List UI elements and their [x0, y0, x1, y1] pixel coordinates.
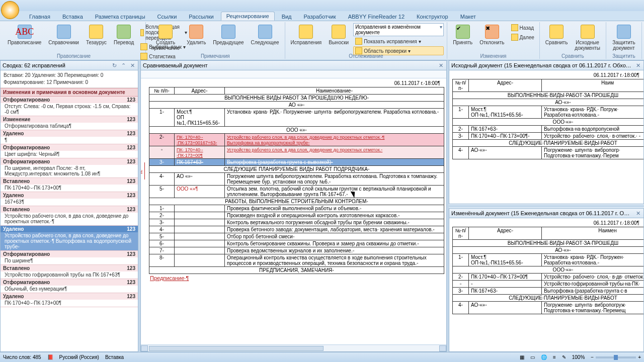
ribbon-tab[interactable]: ABBYY FineReader 12 — [343, 13, 410, 21]
source-doc-body[interactable]: 06.11.2017 г.·18:00¶ №·п/п◦Адрес◦Наим ВЫ… — [449, 70, 643, 204]
ribbon-tab[interactable]: Рассылки — [184, 13, 218, 21]
accept-button[interactable]: ✔Принять — [450, 23, 475, 47]
next-comment-button[interactable]: Следующее — [249, 23, 282, 47]
collapse-icon[interactable]: ⌃ — [120, 62, 127, 69]
view-draft-icon[interactable]: ✎ — [562, 354, 566, 360]
ribbon-tab[interactable]: Главная — [24, 13, 55, 21]
close-pane-icon[interactable]: ✕ — [634, 62, 641, 69]
references-button[interactable]: Справочники — [46, 23, 82, 47]
horizontal-ruler[interactable] — [141, 70, 446, 78]
changed-doc-title: Изменённый документ (15 Еженедельная сво… — [451, 210, 632, 216]
summary-section-header: Изменения и примечания в основном докуме… — [1, 88, 138, 97]
zoom-out-icon[interactable]: − — [591, 354, 594, 360]
doc-date: 06.11.2017 г.·18:00¶ — [452, 219, 643, 227]
group-tracking-label: Отслеживание — [285, 53, 447, 59]
display-for-review-dropdown[interactable]: Исправления в изменённом документе — [353, 23, 444, 36]
track-changes-button[interactable]: Исправления — [288, 23, 325, 47]
summary-counts: Вставки: 20 Удаления: 30 Перемещения: 0 … — [1, 70, 138, 88]
close-pane-icon[interactable]: ✕ — [634, 210, 641, 217]
window-titlebar — [0, 0, 644, 11]
reviewing-pane: Сводка: 62 исправлений ↻ ⌃ ✕ Вставки: 20… — [0, 60, 138, 352]
ribbon-tabs: ГлавнаяВставкаРазметка страницыСсылкиРас… — [0, 11, 644, 21]
revision-item[interactable]: Отформатировано123Обычный, без нумерации… — [1, 279, 138, 293]
delete-comment-button[interactable]: Удалить — [184, 23, 208, 47]
translate-button[interactable]: Перевод — [111, 23, 136, 47]
ribbon-tab[interactable]: Ссылки — [152, 13, 182, 21]
group-comments-label: Примечания — [146, 53, 284, 59]
balloons-button[interactable]: Выноски — [326, 23, 351, 47]
revision-item[interactable]: Вставлено123Устройство рабочего слоя, в … — [1, 206, 138, 226]
compared-doc-title: Сравниваемый документ — [143, 62, 435, 68]
next-change-button[interactable]: Далее — [509, 33, 536, 42]
doc-footer-text: Предписание·¶ — [149, 274, 444, 282]
group-proofing-label: Правописание — [2, 53, 145, 59]
revision-item[interactable]: Отформатировано123Цвет шрифта: Черный¶ — [1, 144, 138, 158]
ribbon-tab[interactable]: Вид — [277, 13, 297, 21]
changed-doc-body[interactable]: 06.11.2017 г.·18:00¶ №·п/п◦Адрес◦Наимен … — [449, 218, 643, 351]
revision-balloon[interactable]: → Устройство гофрированной трубы на ПК·1… — [141, 162, 145, 179]
ribbon-tab[interactable]: Разработчик — [299, 13, 341, 21]
revision-item[interactable]: Вставлено123ПК·170+40·-·ПК·173+00¶ — [1, 178, 138, 192]
ribbon-tab[interactable]: Макет — [455, 13, 481, 21]
revision-item[interactable]: Отформатировано123По ширине, интервал По… — [1, 158, 138, 178]
group-protect-label: Защитить — [606, 53, 641, 59]
reviewing-pane-title: Сводка: 62 исправлений — [3, 62, 109, 68]
doc-date: 06.11.2017 г.·18:00¶ — [149, 79, 444, 87]
word-count[interactable]: Число слов: 485 — [3, 354, 41, 360]
status-bar: Число слов: 485 📕 Русский (Россия) Встав… — [0, 352, 644, 362]
horizontal-scrollbar[interactable] — [141, 344, 446, 351]
refresh-icon[interactable]: ↻ — [111, 62, 118, 69]
revision-item[interactable]: Удалено123¶ — [1, 130, 138, 144]
ribbon-tab[interactable]: Рецензирование — [221, 12, 275, 21]
changed-document-pane: Изменённый документ (15 Еженедельная сво… — [449, 208, 644, 352]
prev-comment-button[interactable]: Предыдущее — [210, 23, 246, 47]
workspace: Сводка: 62 исправлений ↻ ⌃ ✕ Вставки: 20… — [0, 60, 644, 352]
view-full-screen-icon[interactable]: ▭ — [530, 354, 535, 360]
compared-doc-table: № п/п◦Адрес◦Наименование◦ ВЫПОЛНЕННЫЕ ВИ… — [149, 87, 444, 274]
revision-item[interactable]: Удалено123ПК·170+40·-·ПК·173+00¶ — [1, 293, 138, 307]
language-indicator[interactable]: Русский (Россия) — [59, 354, 99, 360]
compare-button[interactable]: Сравнить — [543, 23, 571, 47]
revision-item[interactable]: Удалено123167+63¶ — [1, 192, 138, 206]
close-pane-icon[interactable]: ✕ — [129, 62, 136, 69]
zoom-percent[interactable]: 100% — [572, 354, 585, 360]
reject-button[interactable]: ✖Отклонить — [477, 23, 507, 47]
ribbon-tab[interactable]: Вставка — [57, 13, 88, 21]
close-pane-icon[interactable]: ✕ — [437, 62, 444, 69]
ribbon-tab[interactable]: Конструктор — [412, 13, 453, 21]
revision-item[interactable]: Изменение123Отформатирована таблица¶ — [1, 116, 138, 130]
spellcheck-button[interactable]: ABCПравописание — [5, 23, 44, 47]
office-orb[interactable] — [1, 1, 19, 19]
doc-date: 06.11.2017 г.·18:00¶ — [452, 71, 643, 79]
source-doc-title: Исходный документ (15 Еженедельная сводк… — [451, 62, 632, 68]
group-compare-label: Сравнить — [540, 53, 606, 59]
compared-document-pane: Сравниваемый документ ✕ 06.11.2017 г.·18… — [140, 60, 447, 352]
prev-change-button[interactable]: Назад — [509, 23, 536, 32]
revision-item[interactable]: Удалено123Устройство рабочего слоя, в дв… — [1, 226, 138, 251]
thesaurus-button[interactable]: Тезаурус — [84, 23, 109, 47]
zoom-slider[interactable]: − + — [591, 354, 641, 360]
insert-mode[interactable]: Вставка — [105, 354, 124, 360]
ribbon-tab[interactable]: Разметка страницы — [90, 13, 150, 21]
ribbon: ABCПравописание Справочники Тезаурус Пер… — [0, 21, 644, 60]
show-markup-button[interactable]: Показать исправления▾ — [353, 37, 444, 46]
new-comment-button[interactable]: Создать примечание — [149, 23, 182, 52]
view-print-layout-icon[interactable]: ▦ — [520, 354, 524, 360]
revision-item[interactable]: Отформатировано123Отступ: Слева: -0 см, … — [1, 97, 138, 116]
view-web-icon[interactable]: 🌐 — [541, 354, 547, 360]
view-outline-icon[interactable]: ≡ — [553, 354, 556, 360]
show-source-docs-button[interactable]: Исходные документы — [572, 23, 603, 52]
splitter[interactable] — [449, 205, 644, 207]
compared-doc-body[interactable]: 06.11.2017 г.·18:00¶ № п/п◦Адрес◦Наимено… — [141, 78, 446, 344]
summary-items-list[interactable]: Отформатировано123Отступ: Слева: -0 см, … — [1, 97, 138, 351]
zoom-in-icon[interactable]: + — [638, 354, 641, 360]
group-changes-label: Изменения — [447, 53, 539, 59]
source-document-pane: Исходный документ (15 Еженедельная сводк… — [449, 60, 644, 204]
protect-doc-button[interactable]: Защитить документ — [609, 23, 638, 52]
revision-item[interactable]: Вставлено123Устройство гофрированной тру… — [1, 265, 138, 279]
revision-item[interactable]: Отформатировано123По ширине¶ — [1, 251, 138, 265]
